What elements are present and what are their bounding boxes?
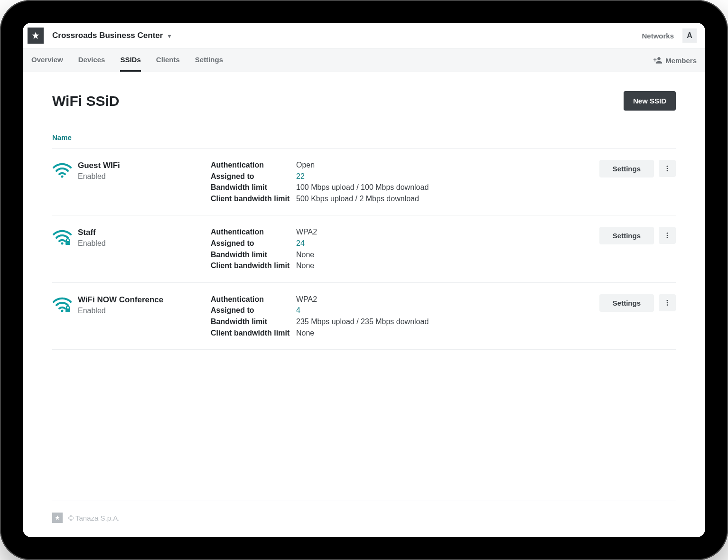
label-client-bandwidth: Client bandwidth limit [211, 194, 296, 204]
ssid-info-labels: Authentication Assigned to Bandwidth lim… [211, 227, 296, 271]
label-auth: Authentication [211, 294, 296, 305]
chevron-down-icon: ▾ [168, 33, 171, 39]
footer: © Tanaza S.p.A. [52, 501, 676, 528]
tab-ssids[interactable]: SSIDs [120, 49, 140, 72]
ssid-info-values: WPA2 4 235 Mbps upload / 235 Mbps downlo… [296, 294, 599, 338]
ssid-row-actions: Settings [599, 160, 676, 177]
ssid-status: Enabled [78, 307, 211, 315]
ssid-name[interactable]: WiFi NOW Conference [78, 295, 211, 305]
label-auth: Authentication [211, 160, 296, 170]
ssid-info-labels: Authentication Assigned to Bandwidth lim… [211, 294, 296, 338]
ssid-icon-cell [52, 294, 78, 315]
ssid-icon-cell [52, 227, 78, 248]
ssid-name[interactable]: Guest WIFi [78, 161, 211, 170]
tab-bar: Overview Devices SSIDs Clients Settings … [23, 49, 705, 72]
ssid-status: Enabled [78, 172, 211, 181]
column-header-name[interactable]: Name [52, 133, 676, 149]
person-add-icon [653, 56, 663, 65]
value-client-bandwidth: None [296, 328, 599, 338]
value-bandwidth: 235 Mbps upload / 235 Mbps download [296, 317, 599, 327]
footer-logo [52, 513, 63, 523]
label-assigned: Assigned to [211, 171, 296, 182]
svg-point-9 [61, 309, 64, 312]
label-bandwidth: Bandwidth limit [211, 182, 296, 193]
tab-settings[interactable]: Settings [195, 49, 223, 72]
svg-point-12 [667, 302, 668, 303]
value-auth: WPA2 [296, 227, 599, 237]
tab-devices[interactable]: Devices [78, 49, 105, 72]
label-bandwidth: Bandwidth limit [211, 317, 296, 327]
value-assigned[interactable]: 24 [296, 238, 599, 249]
ssid-row-actions: Settings [599, 294, 676, 312]
brand-icon [55, 515, 60, 521]
label-auth: Authentication [211, 227, 296, 237]
app-bar: Crossroads Business Center ▾ Networks A [23, 23, 705, 49]
svg-rect-10 [65, 308, 70, 312]
more-vertical-icon [663, 232, 671, 239]
ssid-info-labels: Authentication Assigned to Bandwidth lim… [211, 160, 296, 204]
svg-point-3 [667, 170, 668, 171]
svg-point-2 [667, 168, 668, 169]
ssid-row: Guest WIFi Enabled Authentication Assign… [52, 149, 676, 215]
ssid-settings-button[interactable]: Settings [599, 294, 654, 312]
svg-point-6 [667, 233, 668, 234]
more-vertical-icon [663, 165, 671, 172]
ssid-name-cell: WiFi NOW Conference Enabled [78, 294, 211, 315]
svg-point-11 [667, 300, 668, 301]
value-client-bandwidth: None [296, 261, 599, 271]
ssid-info-values: WPA2 24 None None [296, 227, 599, 271]
label-client-bandwidth: Client bandwidth limit [211, 328, 296, 338]
page-header: WiFi SSiD New SSID [52, 91, 676, 111]
value-client-bandwidth: 500 Kbps upload / 2 Mbps download [296, 194, 599, 204]
label-bandwidth: Bandwidth limit [211, 250, 296, 260]
site-selector[interactable]: Crossroads Business Center ▾ [52, 31, 171, 40]
tab-clients[interactable]: Clients [156, 49, 180, 72]
tab-overview[interactable]: Overview [31, 49, 63, 72]
ssid-settings-button[interactable]: Settings [599, 160, 654, 177]
wifi-lock-icon [52, 296, 72, 313]
label-assigned: Assigned to [211, 238, 296, 249]
ssid-more-button[interactable] [659, 227, 676, 244]
ssid-icon-cell [52, 160, 78, 181]
wifi-icon [52, 162, 72, 179]
copyright: © Tanaza S.p.A. [68, 514, 120, 522]
networks-link[interactable]: Networks [642, 32, 674, 40]
new-ssid-button[interactable]: New SSID [624, 91, 676, 111]
brand-logo[interactable] [28, 28, 44, 44]
main-content: WiFi SSiD New SSID Name Guest WIFi Enabl… [23, 72, 705, 537]
ssid-name-cell: Staff Enabled [78, 227, 211, 248]
svg-point-0 [61, 176, 64, 178]
ssid-row-actions: Settings [599, 227, 676, 244]
members-link[interactable]: Members [653, 56, 697, 65]
ssid-row: WiFi NOW Conference Enabled Authenticati… [52, 283, 676, 350]
ssid-more-button[interactable] [659, 160, 676, 177]
svg-point-1 [667, 166, 668, 167]
ssid-row: Staff Enabled Authentication Assigned to… [52, 215, 676, 282]
more-vertical-icon [663, 299, 671, 307]
ssid-settings-button[interactable]: Settings [599, 227, 654, 244]
members-label: Members [665, 56, 697, 65]
brand-icon [31, 31, 40, 40]
svg-point-8 [667, 237, 668, 239]
ssid-name-cell: Guest WIFi Enabled [78, 160, 211, 181]
ssid-list: Guest WIFi Enabled Authentication Assign… [52, 149, 676, 350]
app-viewport: Crossroads Business Center ▾ Networks A … [23, 23, 705, 537]
ssid-name[interactable]: Staff [78, 228, 211, 237]
site-name-label: Crossroads Business Center [52, 31, 163, 40]
value-assigned[interactable]: 4 [296, 305, 599, 316]
user-avatar[interactable]: A [682, 28, 697, 43]
svg-point-4 [61, 243, 64, 245]
wifi-lock-icon [52, 229, 72, 246]
ssid-more-button[interactable] [659, 294, 676, 311]
value-bandwidth: 100 Mbps upload / 100 Mbps download [296, 182, 599, 193]
value-auth: WPA2 [296, 294, 599, 305]
value-bandwidth: None [296, 250, 599, 260]
value-auth: Open [296, 160, 599, 170]
value-assigned[interactable]: 22 [296, 171, 599, 182]
ssid-info-values: Open 22 100 Mbps upload / 100 Mbps downl… [296, 160, 599, 204]
svg-point-7 [667, 235, 668, 236]
tablet-bezel: Crossroads Business Center ▾ Networks A … [0, 0, 728, 560]
label-assigned: Assigned to [211, 305, 296, 316]
ssid-status: Enabled [78, 239, 211, 248]
svg-point-13 [667, 304, 668, 306]
